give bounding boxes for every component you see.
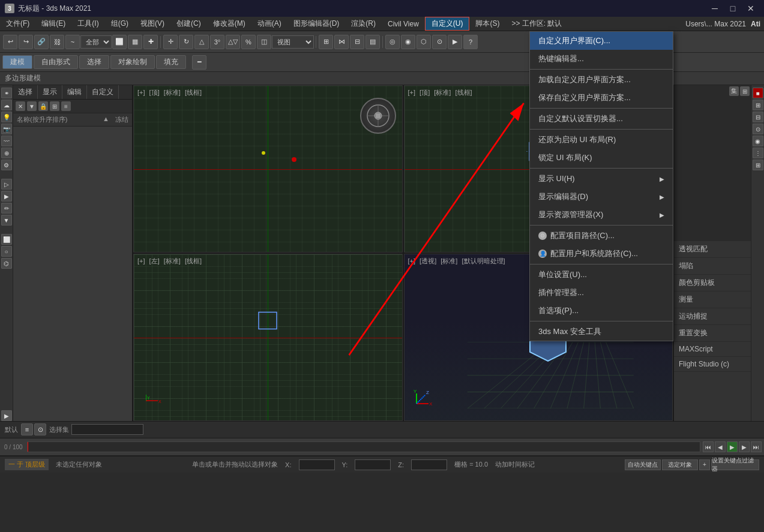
vtb-camera[interactable]: 📷 xyxy=(1,124,12,134)
render-setup-button[interactable]: ⊙ xyxy=(432,35,447,49)
dd-save-ui[interactable]: 保存自定义用户界面方案... xyxy=(530,89,673,107)
panel-list-icon[interactable]: ≡ xyxy=(61,101,71,111)
array-button[interactable]: ⊟ xyxy=(350,35,364,49)
dd-defaults[interactable]: 自定义默认设置切换器... xyxy=(530,110,673,128)
rotate-button[interactable]: ↻ xyxy=(179,35,193,49)
vtb-helper[interactable]: ⊕ xyxy=(1,148,12,158)
x-input[interactable] xyxy=(299,459,335,470)
rp-icon2[interactable]: ⊞ xyxy=(740,86,750,96)
snap-button[interactable]: ◫ xyxy=(257,35,271,49)
viewport-bottom-left[interactable]: [+] [左] [标准] [线框] X Y xyxy=(133,254,403,421)
nav-gizmo[interactable] xyxy=(360,98,396,134)
panel-tab-select[interactable]: 选择 xyxy=(13,85,38,99)
panel-settings-icon[interactable]: ⊞ xyxy=(50,101,59,111)
panel-tab-customize[interactable]: 自定义 xyxy=(87,85,119,99)
col-sort-icon[interactable]: ▲ xyxy=(103,115,109,124)
vtb-cylinder[interactable]: ⌬ xyxy=(1,258,12,269)
vtb-link[interactable]: ⚭ xyxy=(1,88,12,98)
view-dropdown[interactable]: 视图 xyxy=(272,35,314,49)
rvtb-1[interactable]: ⊞ xyxy=(753,100,763,110)
menu-civil-view[interactable]: Civil View xyxy=(382,17,425,31)
rp-icon1[interactable]: 集 xyxy=(729,86,739,96)
layer-button[interactable]: ▤ xyxy=(365,35,380,49)
minimize-button[interactable]: ─ xyxy=(706,2,723,14)
rp-perspective-match[interactable]: 透视匹配 xyxy=(674,241,751,258)
maximize-button[interactable]: □ xyxy=(724,2,741,14)
redo-button[interactable]: ↪ xyxy=(19,35,33,49)
vtb-wave[interactable]: 〰 xyxy=(1,136,12,146)
media-button[interactable]: ▶ xyxy=(448,35,462,49)
menu-view[interactable]: 视图(V) xyxy=(134,17,170,31)
dd-show-editor[interactable]: 显示编辑器(D) xyxy=(530,188,673,206)
autokey-btn[interactable]: 自动关键点 xyxy=(625,459,661,470)
menu-group[interactable]: 组(G) xyxy=(105,17,134,31)
dd-show-ui[interactable]: 显示 UI(H) xyxy=(530,170,673,188)
rp-color-clipboard[interactable]: 颜色剪贴板 xyxy=(674,275,751,291)
rp-reset-transform[interactable]: 重置变换 xyxy=(674,325,751,342)
time-prev[interactable]: ◀ xyxy=(715,441,726,452)
select-all-button[interactable]: ✚ xyxy=(143,35,158,49)
dd-units[interactable]: 单位设置(U)... xyxy=(530,266,673,284)
menu-workspace[interactable]: >> 工作区: 默认 xyxy=(505,17,568,31)
dd-preferences[interactable]: 首选项(P)... xyxy=(530,302,673,320)
select-button[interactable]: ⬜ xyxy=(112,35,127,49)
rp-collapse[interactable]: 塌陷 xyxy=(674,258,751,275)
rvtb-6[interactable]: ⊞ xyxy=(753,160,763,170)
tab-modeling[interactable]: 建模 xyxy=(2,55,32,69)
time-play[interactable]: ▶ xyxy=(727,441,738,452)
scene-explorer-button[interactable]: ◉ xyxy=(401,35,415,49)
addkey-btn[interactable]: + xyxy=(699,459,710,470)
menu-animation[interactable]: 动画(A) xyxy=(251,17,287,31)
vtb-paint[interactable]: ✏ xyxy=(1,203,12,214)
rvtb-2[interactable]: ⊟ xyxy=(753,112,763,122)
tab-populate[interactable]: 填充 xyxy=(156,55,186,69)
viewport-label-tr[interactable]: [+] [顶] [标准] [线框] xyxy=(407,88,474,97)
vtb-play[interactable]: ▶ xyxy=(1,410,12,421)
menu-graph-editor[interactable]: 图形编辑器(D) xyxy=(287,17,346,31)
panel-close-icon[interactable]: ✕ xyxy=(16,101,25,111)
percent-button[interactable]: % xyxy=(241,35,256,49)
panel-tab-edit[interactable]: 编辑 xyxy=(62,85,87,99)
rp-maxscript[interactable]: MAXScript xyxy=(674,342,751,357)
dd-config-paths[interactable]: 👤 配置用户和系统路径(C)... xyxy=(530,245,673,263)
vtb-box[interactable]: ⬜ xyxy=(1,234,12,245)
viewport-label-tl[interactable]: [+] [顶] [标准] [线框] xyxy=(136,88,203,97)
selection-set-input[interactable] xyxy=(71,424,143,435)
vtb-select2[interactable]: ▶ xyxy=(1,191,12,202)
menu-render[interactable]: 渲染(R) xyxy=(345,17,382,31)
dd-config-project[interactable]: ⚙ 配置项目路径(C)... xyxy=(530,227,673,245)
selection-filter-dropdown[interactable]: 全部 xyxy=(80,35,112,49)
setkey-btn[interactable]: 选定对象 xyxy=(662,459,698,470)
tab-freeform[interactable]: 自由形式 xyxy=(34,55,78,69)
menu-customize[interactable]: 自定义(U) xyxy=(425,17,470,31)
panel-filter-icon[interactable]: ▼ xyxy=(27,101,37,111)
vtb-filter[interactable]: ▼ xyxy=(1,215,12,226)
align-button[interactable]: ⊞ xyxy=(319,35,333,49)
mirror-button[interactable]: ⋈ xyxy=(334,35,349,49)
link-button[interactable]: 🔗 xyxy=(34,35,49,49)
graph-view-button[interactable]: ◎ xyxy=(385,35,400,49)
tab-object-paint[interactable]: 对象绘制 xyxy=(110,55,155,69)
time-first[interactable]: ⏮ xyxy=(703,441,714,452)
time-last[interactable]: ⏭ xyxy=(751,441,762,452)
menu-create[interactable]: 创建(C) xyxy=(170,17,207,31)
dd-load-ui[interactable]: 加载自定义用户界面方案... xyxy=(530,71,673,89)
coord-button[interactable]: 3° xyxy=(210,35,224,49)
setfilter-btn[interactable]: 设置关键点过滤器 xyxy=(711,459,759,470)
dd-lock-ui[interactable]: 锁定 UI 布局(K) xyxy=(530,149,673,167)
dd-plugin-manager[interactable]: 插件管理器... xyxy=(530,284,673,302)
dd-hotkey[interactable]: 热键编辑器... xyxy=(530,50,673,68)
z-input[interactable] xyxy=(411,459,447,470)
dd-show-asset[interactable]: 显示资源管理器(X) xyxy=(530,206,673,224)
rvtb-5[interactable]: ⋮ xyxy=(753,148,763,158)
move-button[interactable]: ✛ xyxy=(163,35,178,49)
bind-button[interactable]: ~ xyxy=(65,35,80,49)
rp-measure[interactable]: 测量 xyxy=(674,291,751,308)
rp-motion-capture[interactable]: 运动捕捉 xyxy=(674,308,751,325)
dd-customize-ui[interactable]: 自定义用户界面(C)... xyxy=(530,32,673,50)
vtb-sphere[interactable]: ○ xyxy=(1,246,12,257)
menu-edit[interactable]: 编辑(E) xyxy=(35,17,71,31)
viewport-label-bl[interactable]: [+] [左] [标准] [线框] xyxy=(136,257,203,266)
panel-lock-icon[interactable]: 🔒 xyxy=(38,101,48,111)
undo-button[interactable]: ↩ xyxy=(3,35,17,49)
